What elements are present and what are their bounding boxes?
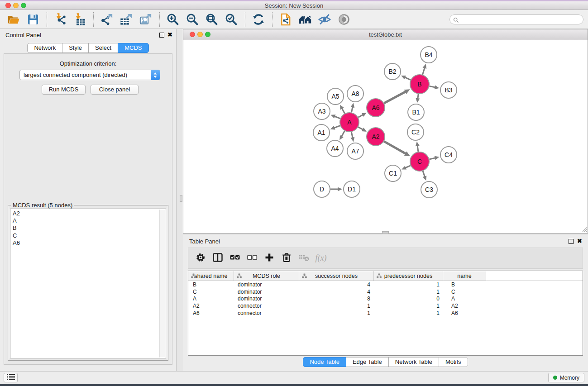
table-cell[interactable]: 1: [374, 310, 443, 316]
table-cell[interactable]: A: [188, 295, 234, 302]
zoom-out-button[interactable]: [185, 12, 200, 27]
column-header-successor-nodes[interactable]: successor nodes: [299, 271, 374, 281]
search-input[interactable]: [449, 14, 583, 24]
zoom-in-button[interactable]: [166, 12, 180, 27]
edge-C-C4[interactable]: [429, 158, 435, 159]
table-cell[interactable]: connector: [234, 310, 299, 316]
edge-B-B3[interactable]: [430, 86, 435, 87]
refresh-button[interactable]: [251, 12, 266, 27]
table-float-panel-icon[interactable]: [569, 239, 574, 244]
table-cell[interactable]: dominator: [234, 289, 299, 295]
tab-style[interactable]: Style: [62, 43, 89, 53]
table-cell[interactable]: dominator: [234, 295, 299, 302]
tab-mcds[interactable]: MCDS: [118, 43, 148, 53]
table-row[interactable]: Adominator80A: [188, 295, 583, 302]
table-cell[interactable]: A6: [188, 310, 234, 316]
table-cell[interactable]: A2: [188, 303, 234, 309]
table-cell[interactable]: 1: [374, 303, 443, 309]
select-all-checkboxes-button[interactable]: [228, 252, 242, 265]
table-cell[interactable]: connector: [234, 303, 299, 309]
network-vertical-scrollbar[interactable]: [180, 195, 182, 202]
table-close-panel-icon[interactable]: ✖: [577, 238, 582, 244]
table-row[interactable]: A2connector11A2: [188, 302, 583, 310]
table-cell[interactable]: 1: [299, 303, 374, 309]
column-header-shared-name[interactable]: shared name: [188, 271, 234, 281]
float-panel-icon[interactable]: [159, 33, 164, 38]
save-session-button[interactable]: [26, 12, 40, 27]
table-cell[interactable]: C: [443, 289, 486, 295]
result-list-item[interactable]: A6: [13, 239, 166, 247]
table-tab-network-table[interactable]: Network Table: [388, 357, 439, 367]
edge-A-A8[interactable]: [351, 107, 352, 112]
open-file-button[interactable]: [6, 12, 21, 27]
table-row[interactable]: Cdominator41C: [188, 288, 583, 295]
edge-A-A5[interactable]: [342, 108, 344, 113]
table-cell[interactable]: 4: [299, 281, 374, 288]
export-network-button[interactable]: [100, 12, 114, 27]
table-tab-motifs[interactable]: Motifs: [439, 357, 468, 367]
tab-network[interactable]: Network: [27, 43, 62, 53]
table-cell[interactable]: A2: [443, 303, 486, 309]
edge-A-A4[interactable]: [341, 131, 344, 136]
table-cell[interactable]: C: [188, 289, 234, 295]
criterion-dropdown[interactable]: largest connected component (directed): [19, 70, 160, 80]
column-header-MCDS-role[interactable]: MCDS role: [234, 271, 299, 281]
table-cell[interactable]: B: [443, 281, 486, 288]
table-cell[interactable]: A: [443, 295, 486, 302]
import-table-button[interactable]: [72, 12, 87, 27]
import-network-button[interactable]: [53, 12, 67, 27]
edge-A-A6[interactable]: [358, 114, 363, 117]
birds-eye-view-button[interactable]: [337, 12, 351, 27]
run-mcds-button[interactable]: Run MCDS: [42, 85, 86, 95]
task-history-button[interactable]: [4, 373, 18, 382]
edge-B-B2[interactable]: [405, 77, 411, 80]
edge-B-B4[interactable]: [422, 68, 425, 75]
table-cell[interactable]: 1: [299, 310, 374, 316]
edge-A2-C[interactable]: [384, 141, 406, 153]
close-panel-icon[interactable]: ✖: [167, 32, 172, 38]
table-cell[interactable]: 0: [374, 295, 443, 302]
new-network-document-button[interactable]: [278, 12, 293, 27]
edge-A-A1[interactable]: [334, 126, 340, 128]
deselect-all-checkboxes-button[interactable]: [245, 252, 259, 265]
table-cell[interactable]: 8: [299, 295, 374, 302]
column-header-name[interactable]: name: [443, 271, 486, 281]
table-cell[interactable]: 4: [299, 289, 374, 295]
edge-A-A3[interactable]: [335, 116, 340, 119]
column-header-predecessor-nodes[interactable]: predecessor nodes: [374, 271, 443, 281]
export-image-button[interactable]: [139, 12, 153, 27]
table-cell[interactable]: 1: [374, 281, 443, 288]
result-list-item[interactable]: B: [13, 224, 166, 232]
edge-A-A7[interactable]: [351, 132, 353, 138]
show-columns-button[interactable]: [211, 252, 225, 265]
export-table-button[interactable]: [119, 12, 134, 27]
hide-graphics-details-button[interactable]: [317, 12, 332, 27]
memory-button[interactable]: Memory: [548, 373, 584, 382]
result-list-item[interactable]: A2: [13, 210, 166, 217]
mcds-result-list[interactable]: A2ABCA6: [10, 209, 166, 358]
edge-C-C2[interactable]: [417, 146, 418, 152]
tab-select[interactable]: Select: [88, 43, 118, 53]
add-row-button[interactable]: [263, 252, 276, 265]
network-horizontal-scrollbar[interactable]: [382, 231, 389, 234]
table-cell[interactable]: 1: [374, 289, 443, 295]
settings-gear-button[interactable]: [194, 252, 207, 265]
houses-button[interactable]: [298, 12, 312, 27]
result-list-item[interactable]: C: [13, 232, 166, 239]
edge-B-B1[interactable]: [418, 94, 418, 99]
table-cell[interactable]: dominator: [234, 281, 299, 288]
zoom-selected-button[interactable]: [224, 12, 239, 27]
table-tab-node-table[interactable]: Node Table: [303, 357, 346, 367]
edge-C-C1[interactable]: [405, 166, 410, 168]
result-scrollbar[interactable]: [159, 210, 165, 357]
table-row[interactable]: Bdominator41B: [188, 281, 583, 288]
edge-C-C3[interactable]: [423, 171, 425, 177]
resize-grip-icon[interactable]: [581, 225, 588, 232]
table-row[interactable]: A6connector11A6: [188, 310, 583, 317]
network-canvas[interactable]: B4B2BB3A5A8A6A3B1AA1C2A2A4A7C4CC1DD1C3: [183, 40, 588, 233]
close-panel-button[interactable]: Close panel: [91, 85, 139, 95]
table-cell[interactable]: A6: [443, 310, 486, 316]
table-cell[interactable]: B: [188, 281, 234, 288]
delete-row-button[interactable]: [280, 252, 293, 265]
zoom-fit-button[interactable]: [205, 12, 219, 27]
